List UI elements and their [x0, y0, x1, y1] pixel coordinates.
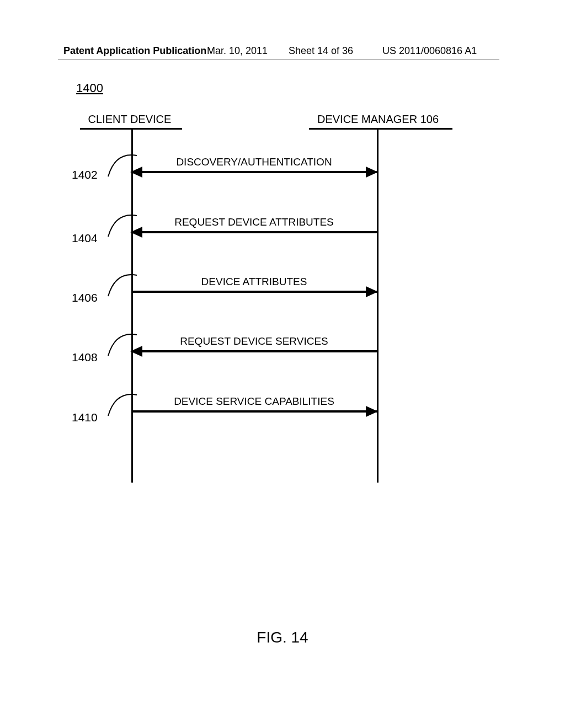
publication-date: Mar. 10, 2011	[207, 45, 268, 57]
publication-label: Patent Application Publication	[63, 45, 206, 57]
message-line	[131, 410, 377, 413]
ref-1408: 1408	[72, 351, 98, 364]
ref-1410: 1410	[72, 411, 98, 424]
arrow-right-icon	[366, 167, 378, 178]
lifeline-manager	[377, 130, 379, 483]
message-line	[131, 350, 377, 352]
participant-client-device: CLIENT DEVICE	[83, 113, 177, 126]
message-line	[131, 171, 377, 173]
figure-caption: FIG. 14	[0, 629, 565, 646]
leader-arc-1402	[107, 149, 138, 178]
message-line	[131, 231, 377, 233]
page-header: Patent Application Publication Mar. 10, …	[63, 45, 510, 57]
header-underline	[58, 59, 499, 60]
leader-arc-1410	[107, 388, 138, 417]
sheet-number: Sheet 14 of 36	[289, 45, 353, 57]
arrow-right-icon	[366, 406, 378, 417]
message-label: REQUEST DEVICE ATTRIBUTES	[131, 216, 377, 228]
ref-1406: 1406	[72, 291, 98, 304]
participant-right-underline	[309, 128, 452, 130]
leader-arc-1404	[107, 209, 138, 238]
message-label: DEVICE SERVICE CAPABILITIES	[131, 395, 377, 408]
leader-arc-1408	[107, 328, 138, 357]
lifeline-client	[131, 130, 133, 483]
participant-device-manager: DEVICE MANAGER 106	[309, 113, 447, 126]
arrow-right-icon	[366, 286, 378, 297]
message-label: DEVICE ATTRIBUTES	[131, 276, 377, 288]
ref-1402: 1402	[72, 168, 98, 181]
ref-1404: 1404	[72, 232, 98, 245]
message-label: DISCOVERY/AUTHENTICATION	[131, 156, 377, 168]
figure-number: 1400	[76, 81, 103, 95]
message-line	[131, 291, 377, 293]
message-label: REQUEST DEVICE SERVICES	[131, 335, 377, 347]
leader-arc-1406	[107, 269, 138, 297]
document-number: US 2011/0060816 A1	[382, 45, 477, 57]
